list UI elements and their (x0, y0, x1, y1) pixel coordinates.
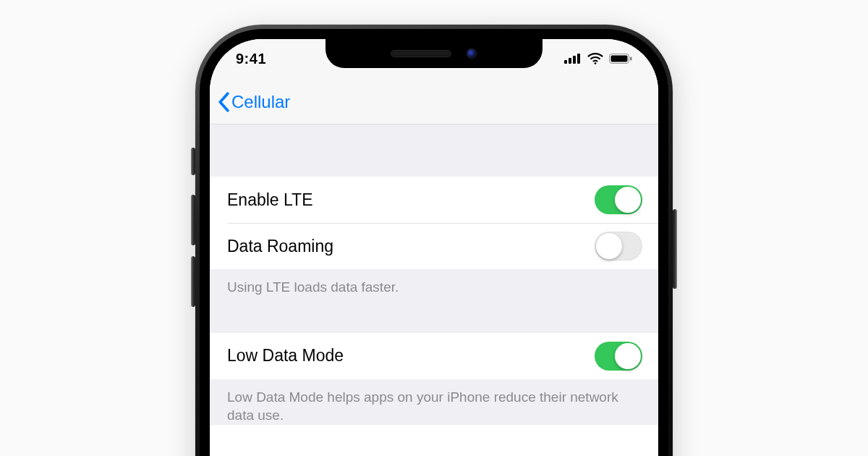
toggle-enable-lte[interactable] (595, 185, 642, 214)
row-enable-lte: Enable LTE (210, 177, 658, 223)
nav-bar: Cellular (210, 80, 658, 124)
settings-group-cellular-options: Enable LTE Data Roaming (210, 177, 658, 269)
svg-rect-7 (630, 57, 632, 61)
row-label: Low Data Mode (227, 346, 344, 366)
row-label: Data Roaming (227, 237, 333, 256)
screen: 9:41 (210, 39, 658, 456)
mute-switch (191, 148, 195, 175)
status-time: 9:41 (236, 51, 266, 67)
settings-group-low-data: Low Data Mode (210, 333, 658, 379)
toggle-low-data-mode[interactable] (595, 342, 642, 371)
back-label: Cellular (231, 92, 290, 112)
status-icons (564, 53, 632, 64)
settings-content: Enable LTE Data Roaming Using LTE loads … (210, 124, 658, 425)
wifi-icon (587, 53, 603, 64)
notch (326, 39, 542, 68)
volume-up-button (191, 195, 195, 245)
group-footer: Using LTE loads data faster. (210, 269, 658, 297)
volume-down-button (191, 256, 195, 307)
toggle-data-roaming[interactable] (595, 232, 642, 261)
back-button[interactable]: Cellular (217, 92, 290, 112)
front-camera (467, 48, 477, 59)
battery-icon (609, 54, 632, 64)
svg-rect-1 (569, 58, 571, 64)
phone-frame: 9:41 (195, 25, 673, 456)
group-footer: Low Data Mode helps apps on your iPhone … (210, 379, 658, 425)
svg-rect-0 (564, 60, 567, 64)
svg-rect-6 (611, 56, 628, 62)
chevron-left-icon (217, 92, 230, 112)
row-low-data-mode: Low Data Mode (210, 333, 658, 379)
phone-mockup: 9:41 (195, 25, 673, 456)
cellular-signal-icon (564, 54, 582, 64)
row-data-roaming: Data Roaming (210, 223, 658, 269)
svg-rect-2 (573, 56, 576, 64)
speaker-grill (391, 51, 451, 56)
svg-rect-3 (577, 54, 580, 64)
svg-point-4 (595, 62, 597, 64)
row-label: Enable LTE (227, 190, 312, 210)
side-button (673, 209, 677, 289)
